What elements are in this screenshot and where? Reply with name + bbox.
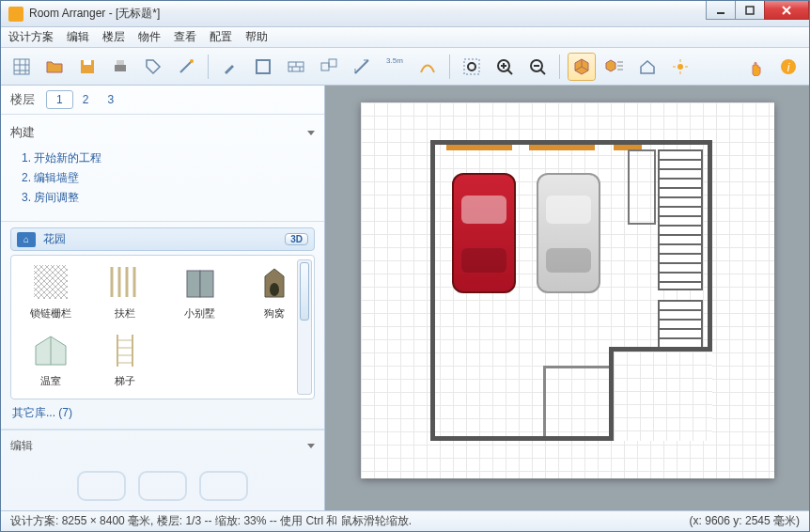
object-thumb: [30, 261, 71, 303]
export-icon[interactable]: [140, 54, 166, 80]
edit-header[interactable]: 编辑: [1, 430, 324, 462]
app-icon: [8, 7, 23, 22]
floors-label: 楼层: [10, 91, 35, 108]
home-icon: ⌂: [17, 232, 36, 247]
house-icon[interactable]: [634, 54, 661, 80]
group-icon[interactable]: [316, 54, 342, 80]
minimize-button[interactable]: [706, 1, 736, 20]
svg-rect-64: [139, 472, 186, 500]
chevron-down-icon: [307, 444, 315, 448]
sidebar: 楼层 123 构建 1. 开始新的工程2. 编辑墙壁3. 房间调整 ⌂ 花园 3…: [1, 86, 325, 510]
object-grid: 锁链栅栏扶栏小别墅狗窝温室梯子: [10, 255, 315, 399]
zoom-out-icon[interactable]: [524, 54, 551, 80]
menu-1[interactable]: 编辑: [67, 29, 89, 45]
partition[interactable]: [628, 149, 656, 225]
save-icon[interactable]: [74, 54, 101, 80]
badge-3d[interactable]: 3D: [285, 233, 308, 245]
object-label: 扶栏: [115, 306, 135, 321]
svg-rect-63: [78, 472, 125, 500]
object-item-5[interactable]: 梯子: [90, 329, 162, 393]
measure-icon[interactable]: [349, 54, 375, 80]
svg-line-23: [355, 60, 368, 73]
door-1[interactable]: [446, 145, 512, 150]
object-label: 梯子: [115, 374, 135, 388]
object-item-2[interactable]: 小别墅: [164, 261, 236, 325]
dim-icon[interactable]: 3.5m: [382, 54, 408, 80]
car-red[interactable]: [452, 173, 516, 293]
new-project-icon[interactable]: [8, 54, 35, 80]
svg-rect-29: [464, 59, 479, 74]
floors-section: 楼层 123: [1, 86, 324, 115]
svg-rect-1: [746, 7, 754, 14]
car-silver[interactable]: [537, 173, 600, 293]
object-thumb: [104, 261, 146, 303]
svg-line-36: [540, 70, 545, 74]
floors-tabs: 楼层 123: [10, 91, 315, 108]
svg-rect-4: [14, 59, 29, 74]
zoom-in-icon[interactable]: [491, 54, 518, 80]
zoom-fit-icon[interactable]: [459, 54, 485, 80]
window-buttons: [707, 1, 809, 20]
garden-header[interactable]: ⌂ 花园 3D: [10, 227, 315, 251]
room-cutout: [609, 347, 712, 441]
path-icon[interactable]: [414, 54, 441, 80]
svg-rect-22: [329, 59, 336, 67]
view-3d-list-icon[interactable]: [601, 54, 628, 80]
build-item-2[interactable]: 3. 房间调整: [22, 188, 307, 208]
inner-room[interactable]: [543, 366, 614, 436]
more-libraries-link[interactable]: 其它库... (7): [10, 399, 315, 423]
build-item-0[interactable]: 1. 开始新的工程: [22, 149, 307, 168]
menu-5[interactable]: 配置: [210, 29, 232, 45]
svg-point-14: [190, 59, 194, 63]
view-3d-icon[interactable]: [569, 54, 595, 80]
toolbar: 3.5mi: [1, 48, 809, 86]
object-item-0[interactable]: 锁链栅栏: [15, 261, 86, 325]
svg-rect-15: [257, 60, 270, 73]
wizard-icon[interactable]: [173, 54, 199, 80]
menu-3[interactable]: 物件: [138, 29, 161, 45]
canvas-viewport[interactable]: [325, 86, 809, 510]
touch-icon[interactable]: [742, 54, 769, 80]
floor-tab-2[interactable]: 2: [73, 91, 99, 108]
close-button[interactable]: [764, 1, 809, 20]
content-area: 楼层 123 构建 1. 开始新的工程2. 编辑墙壁3. 房间调整 ⌂ 花园 3…: [1, 86, 809, 510]
object-label: 小别墅: [184, 306, 215, 321]
brush-icon[interactable]: [217, 54, 243, 80]
menu-2[interactable]: 楼层: [102, 29, 125, 45]
floor-tab-3[interactable]: 3: [98, 91, 123, 108]
open-icon[interactable]: [41, 54, 68, 80]
door-2[interactable]: [529, 145, 595, 150]
menu-4[interactable]: 查看: [174, 29, 196, 45]
svg-rect-54: [200, 271, 213, 297]
build-label: 构建: [10, 124, 35, 141]
window-title: Room Arranger - [无标题*]: [29, 6, 160, 22]
svg-point-30: [468, 63, 475, 70]
object-thumb: [30, 329, 71, 370]
walls-icon[interactable]: [250, 54, 276, 80]
info-icon[interactable]: i: [775, 54, 802, 80]
maximize-button[interactable]: [735, 1, 765, 20]
stairs-upper[interactable]: [658, 149, 703, 290]
object-scrollbar[interactable]: [297, 259, 312, 395]
menu-0[interactable]: 设计方案: [8, 29, 54, 45]
build-list: 1. 开始新的工程2. 编辑墙壁3. 房间调整: [10, 145, 315, 215]
object-label: 狗窝: [264, 306, 285, 321]
stairs-lower[interactable]: [658, 300, 703, 352]
bricks-icon[interactable]: [283, 54, 309, 80]
room-outline[interactable]: [430, 140, 712, 441]
status-bar: 设计方案: 8255 × 8400 毫米, 楼层: 1/3 -- 缩放: 33%…: [1, 510, 809, 531]
svg-line-13: [180, 61, 192, 72]
floor-tab-1[interactable]: 1: [46, 90, 73, 109]
svg-point-55: [270, 283, 279, 296]
garden-label: 花园: [43, 231, 66, 247]
build-item-1[interactable]: 2. 编辑墙壁: [22, 168, 307, 188]
floor-plan-canvas[interactable]: [361, 102, 774, 478]
menu-6[interactable]: 帮助: [245, 29, 268, 45]
print-icon[interactable]: [107, 54, 133, 80]
build-header[interactable]: 构建: [10, 120, 315, 145]
effects-icon[interactable]: [667, 54, 693, 80]
object-item-1[interactable]: 扶栏: [90, 261, 162, 325]
object-item-4[interactable]: 温室: [15, 329, 86, 393]
chevron-down-icon: [307, 131, 315, 135]
object-thumb: [179, 261, 221, 303]
